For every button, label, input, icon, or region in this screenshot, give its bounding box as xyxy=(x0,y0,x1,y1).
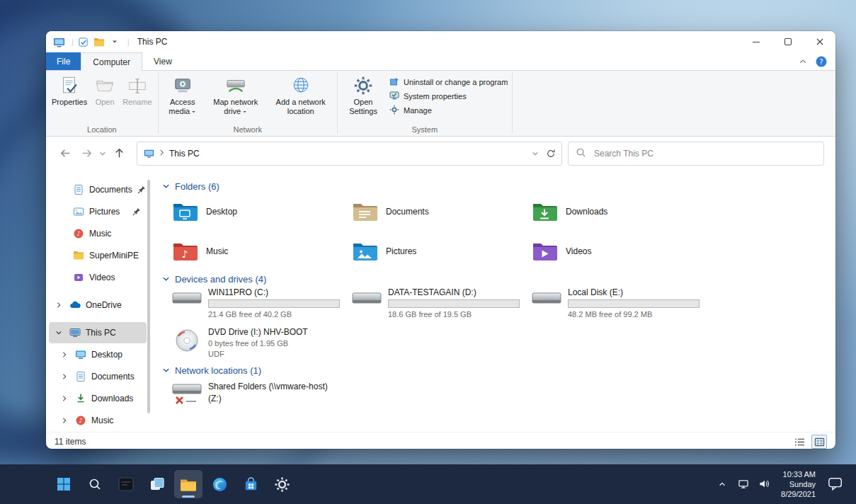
downloads-folder-icon xyxy=(532,201,557,222)
network-tray-button[interactable] xyxy=(736,473,751,496)
sidebar-item-documents[interactable]: Documents xyxy=(49,179,147,200)
titlebar-separator: | xyxy=(72,38,74,46)
network-location-tile[interactable]: Shared Folders (\\vmware-host) (Z:) xyxy=(172,382,835,406)
address-dropdown-button[interactable] xyxy=(532,150,539,157)
pinned-app-button[interactable] xyxy=(112,470,140,498)
folder-tile-documents[interactable]: Documents xyxy=(352,196,532,227)
sidebar-item-onedrive[interactable]: OneDrive xyxy=(49,294,147,316)
tab-view[interactable]: View xyxy=(142,52,183,70)
minimize-ribbon-button[interactable] xyxy=(799,57,807,66)
access-media-button[interactable]: Access media xyxy=(161,72,204,118)
chevron-up-icon xyxy=(799,57,807,66)
this-pc-icon xyxy=(52,35,65,48)
task-view-button[interactable] xyxy=(143,470,171,498)
manage-icon xyxy=(389,105,400,115)
start-button[interactable] xyxy=(50,470,78,498)
edge-button[interactable] xyxy=(205,470,234,498)
downloads-icon xyxy=(75,393,86,404)
drive-tile-d[interactable]: DATA-TESTAGAIN (D:) 18.6 GB free of 19.5… xyxy=(352,287,532,319)
sidebar-item-documents-2[interactable]: Documents xyxy=(49,366,147,387)
drive-tile-c[interactable]: WIN11PRO (C:) 21.4 GB free of 40.2 GB xyxy=(172,287,352,319)
quick-access-new-folder-button[interactable] xyxy=(93,35,105,48)
capacity-bar xyxy=(388,299,520,308)
desktop-folder-icon xyxy=(172,201,198,222)
up-arrow-icon xyxy=(113,147,125,159)
folder-tile-downloads[interactable]: Downloads xyxy=(532,196,712,227)
close-button[interactable] xyxy=(804,31,835,52)
tab-computer[interactable]: Computer xyxy=(81,52,142,71)
sidebar-item-videos[interactable]: Videos xyxy=(49,267,147,288)
sidebar-item-superminipe[interactable]: SuperMiniPE xyxy=(49,245,147,266)
add-network-location-button[interactable]: Add a network location xyxy=(268,72,334,118)
large-icons-view-button[interactable] xyxy=(811,435,827,449)
forward-button[interactable] xyxy=(76,143,97,164)
videos-folder-icon xyxy=(532,241,557,262)
tray-overflow-button[interactable] xyxy=(714,473,731,496)
search-input[interactable] xyxy=(593,148,816,159)
folder-tile-desktop[interactable]: Desktop xyxy=(172,196,352,227)
clock-day: Sunday xyxy=(781,479,816,489)
this-pc-icon xyxy=(69,327,81,338)
manage-button[interactable]: Manage xyxy=(389,105,432,115)
sidebar-item-music-2[interactable]: ♪ Music xyxy=(49,410,147,431)
open-button[interactable]: Open xyxy=(91,72,118,108)
rename-button[interactable]: Rename xyxy=(120,72,155,108)
recent-locations-button[interactable] xyxy=(97,143,108,164)
chevron-down-icon xyxy=(99,150,106,157)
details-view-button[interactable] xyxy=(792,435,807,449)
videos-icon xyxy=(73,272,84,283)
pictures-folder-icon xyxy=(352,241,377,262)
folder-tile-music[interactable]: ♪ Music xyxy=(172,236,352,267)
properties-button[interactable]: Properties xyxy=(49,72,90,108)
sidebar-item-desktop[interactable]: Desktop xyxy=(49,344,147,365)
search-box[interactable] xyxy=(568,142,824,166)
file-explorer-button[interactable] xyxy=(174,470,202,498)
settings-button[interactable] xyxy=(268,470,296,498)
minimize-button[interactable] xyxy=(740,31,772,52)
section-header-drives[interactable]: Devices and drives (4) xyxy=(162,274,835,285)
system-properties-button[interactable]: System properties xyxy=(389,91,467,101)
quick-access-properties-button[interactable] xyxy=(77,35,90,48)
chevron-right-icon xyxy=(59,349,70,360)
open-settings-button[interactable]: Open Settings xyxy=(341,72,385,118)
volume-tray-button[interactable] xyxy=(756,473,772,496)
notifications-button[interactable] xyxy=(825,470,846,498)
task-view-icon xyxy=(149,476,166,493)
chevron-right-icon xyxy=(53,299,64,311)
sidebar-scrollbar[interactable] xyxy=(147,180,150,413)
navigation-bar: This PC xyxy=(46,137,835,170)
chevron-down-icon xyxy=(112,39,118,45)
sidebar-item-this-pc[interactable]: This PC xyxy=(49,322,147,343)
group-label-network: Network xyxy=(161,125,334,136)
section-header-network[interactable]: Network locations (1) xyxy=(162,365,835,376)
up-button[interactable] xyxy=(108,143,130,164)
music-icon: ♪ xyxy=(75,415,86,426)
drives-grid: WIN11PRO (C:) 21.4 GB free of 40.2 GB DA… xyxy=(172,287,835,319)
uninstall-program-button[interactable]: Uninstall or change a program xyxy=(389,76,508,87)
drive-tile-dvd[interactable]: DVD Drive (I:) NHV-BOOT 0 bytes free of … xyxy=(172,327,835,358)
maximize-button[interactable] xyxy=(772,31,804,52)
help-button[interactable]: ? xyxy=(816,56,827,67)
section-header-folders[interactable]: Folders (6) xyxy=(162,181,835,192)
drive-tile-e[interactable]: Local Disk (E:) 48.2 MB free of 99.2 MB xyxy=(532,287,712,319)
clock[interactable]: 10:33 AM Sunday 8/29/2021 xyxy=(781,469,816,500)
tab-file[interactable]: File xyxy=(46,52,81,70)
map-network-drive-button[interactable]: Map network drive xyxy=(205,72,266,118)
sidebar-item-pictures[interactable]: Pictures xyxy=(49,201,147,222)
breadcrumb-this-pc[interactable]: This PC xyxy=(169,149,200,159)
folder-tile-pictures[interactable]: Pictures xyxy=(352,236,532,267)
window-controls xyxy=(740,31,835,52)
folder-tile-videos[interactable]: Videos xyxy=(532,236,712,267)
search-icon xyxy=(576,147,586,160)
pin-icon xyxy=(137,185,146,194)
quick-access-dropdown-button[interactable] xyxy=(108,35,121,48)
taskbar-search-button[interactable] xyxy=(81,470,109,498)
sidebar-item-music[interactable]: ♪ Music xyxy=(49,223,147,244)
item-count: 11 items xyxy=(55,437,86,447)
address-bar[interactable]: This PC xyxy=(137,142,562,166)
back-button[interactable] xyxy=(55,143,76,164)
sidebar-item-downloads[interactable]: Downloads xyxy=(49,388,147,409)
taskbar-apps xyxy=(50,470,296,498)
store-button[interactable] xyxy=(236,470,265,498)
refresh-button[interactable] xyxy=(546,149,556,159)
